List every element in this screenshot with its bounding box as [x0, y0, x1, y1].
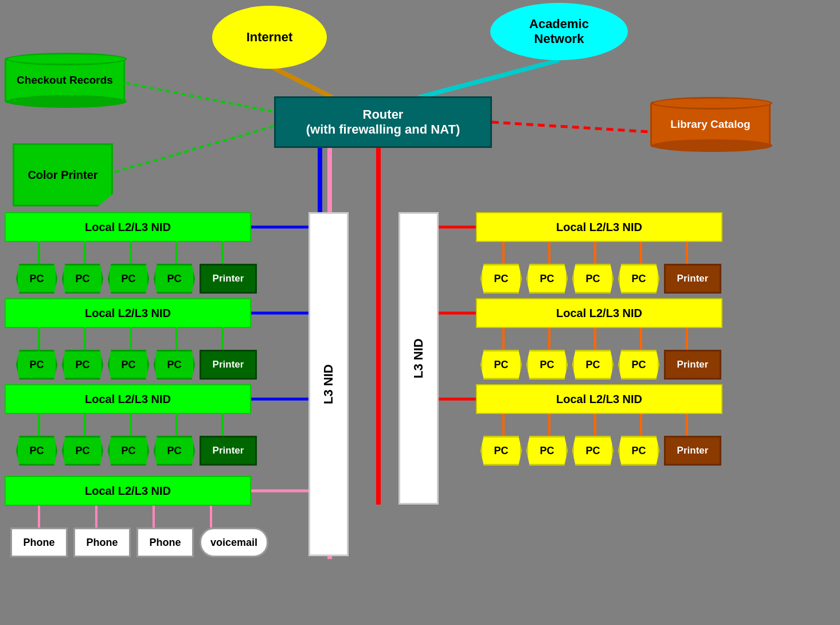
left-nid-row4: Local L2/L3 NID [5, 476, 251, 506]
left-row2-pc2: PC [62, 350, 103, 380]
right-row3-pc3: PC [572, 436, 614, 466]
left-nid-row1: Local L2/L3 NID [5, 212, 251, 242]
l3-nid-right-label: L3 NID [411, 338, 426, 378]
svg-line-1 [419, 60, 559, 97]
right-row3-pc4: PC [618, 436, 659, 466]
left-row2-printer: Printer [200, 350, 257, 380]
svg-line-0 [269, 66, 333, 97]
left-row3-pc2: PC [62, 436, 103, 466]
left-nid-row3-label: Local L2/L3 NID [85, 393, 171, 406]
left-row4-voicemail: voicemail [200, 528, 268, 557]
left-row1-pc4: PC [154, 264, 195, 294]
internet-label: Internet [247, 30, 293, 45]
right-nid-row1: Local L2/L3 NID [476, 212, 722, 242]
left-nid-row1-label: Local L2/L3 NID [85, 221, 171, 234]
left-row4-phone3: Phone [136, 528, 194, 557]
right-row1-pc3: PC [572, 264, 614, 294]
left-row3-pc1: PC [16, 436, 57, 466]
right-row1-printer: Printer [664, 264, 721, 294]
svg-line-7 [115, 126, 274, 172]
right-row2-pc2: PC [526, 350, 568, 380]
library-catalog-cylinder: Library Catalog [650, 101, 771, 162]
diagram: Internet AcademicNetwork Router(with fir… [0, 0, 840, 625]
left-nid-row4-label: Local L2/L3 NID [85, 485, 171, 498]
right-row3-pc1: PC [480, 436, 522, 466]
l3-nid-right: L3 NID [398, 212, 439, 505]
svg-line-5 [492, 122, 650, 132]
left-row2-pc4: PC [154, 350, 195, 380]
library-catalog-label: Library Catalog [670, 118, 750, 131]
left-row3-pc3: PC [108, 436, 149, 466]
right-row2-pc1: PC [480, 350, 522, 380]
left-row3-printer: Printer [200, 436, 257, 466]
right-nid-row3-label: Local L2/L3 NID [556, 393, 642, 406]
left-row1-pc3: PC [108, 264, 149, 294]
right-row1-pc2: PC [526, 264, 568, 294]
right-row2-printer: Printer [664, 350, 721, 380]
left-row4-phone2: Phone [73, 528, 131, 557]
right-nid-row3: Local L2/L3 NID [476, 384, 722, 414]
left-row3-pc4: PC [154, 436, 195, 466]
left-row2-pc1: PC [16, 350, 57, 380]
checkout-records-label: Checkout Records [17, 74, 113, 87]
svg-line-6 [126, 83, 274, 112]
internet-ellipse: Internet [212, 6, 327, 69]
left-nid-row2-label: Local L2/L3 NID [85, 307, 171, 320]
right-row2-pc3: PC [572, 350, 614, 380]
right-row1-pc1: PC [480, 264, 522, 294]
left-row1-printer: Printer [200, 264, 257, 294]
right-row3-pc2: PC [526, 436, 568, 466]
academic-network-label: AcademicNetwork [529, 17, 589, 46]
right-row2-pc4: PC [618, 350, 659, 380]
right-nid-row1-label: Local L2/L3 NID [556, 221, 642, 234]
left-row4-phone1: Phone [10, 528, 68, 557]
academic-network-ellipse: AcademicNetwork [490, 3, 628, 60]
right-row3-printer: Printer [664, 436, 721, 466]
checkout-records-cylinder: Checkout Records [5, 57, 125, 118]
left-row1-pc2: PC [62, 264, 103, 294]
router-box: Router(with firewalling and NAT) [274, 96, 492, 148]
right-nid-row2: Local L2/L3 NID [476, 298, 722, 328]
left-row1-pc1: PC [16, 264, 57, 294]
left-row2-pc3: PC [108, 350, 149, 380]
l3-nid-left-label: L3 NID [321, 364, 336, 404]
right-row1-pc4: PC [618, 264, 659, 294]
color-printer-label: Color Printer [28, 169, 97, 182]
color-printer-box: Color Printer [13, 143, 113, 206]
left-nid-row2: Local L2/L3 NID [5, 298, 251, 328]
left-nid-row3: Local L2/L3 NID [5, 384, 251, 414]
l3-nid-left: L3 NID [308, 212, 349, 556]
router-label: Router(with firewalling and NAT) [306, 107, 460, 137]
right-nid-row2-label: Local L2/L3 NID [556, 307, 642, 320]
